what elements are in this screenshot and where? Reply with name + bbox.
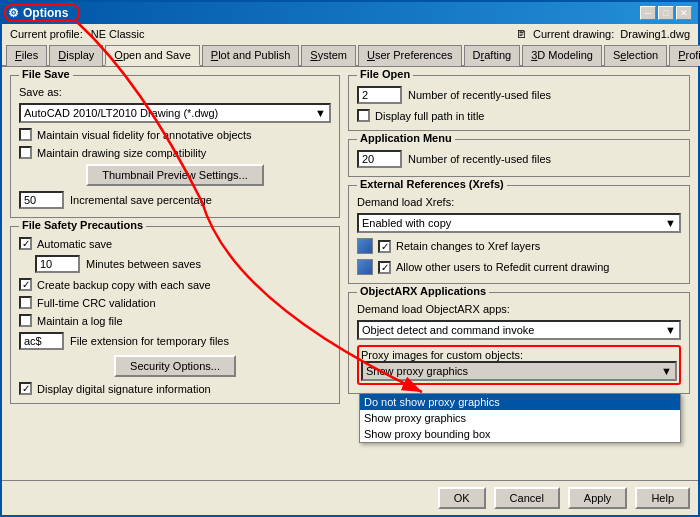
tab-files[interactable]: Files xyxy=(6,45,47,66)
minutes-input[interactable] xyxy=(35,255,80,273)
log-row: Maintain a log file xyxy=(19,314,331,327)
left-panel: File Save Save as: AutoCAD 2010/LT2010 D… xyxy=(10,75,340,452)
bottom-bar: OK Cancel Apply Help xyxy=(2,480,698,515)
proxy-option-1[interactable]: Do not show proxy graphics xyxy=(360,394,680,410)
save-as-display[interactable]: AutoCAD 2010/LT2010 Drawing (*.dwg) ▼ xyxy=(19,103,331,123)
file-open-content: Number of recently-used files Display fu… xyxy=(357,86,681,122)
tab-open-save[interactable]: Open and Save xyxy=(105,45,199,66)
app-recently-used-row: Number of recently-used files xyxy=(357,150,681,168)
auto-save-checkbox[interactable]: ✓ xyxy=(19,237,32,250)
tab-profiles[interactable]: Profiles xyxy=(669,45,700,66)
main-content: File Save Save as: AutoCAD 2010/LT2010 D… xyxy=(2,67,698,460)
retain-row: ✓ Retain changes to Xref layers xyxy=(357,238,681,254)
extension-label: File extension for temporary files xyxy=(70,335,229,347)
save-as-label: Save as: xyxy=(19,86,62,98)
current-drawing-value: Drawing1.dwg xyxy=(620,28,690,40)
app-recently-used-input[interactable] xyxy=(357,150,402,168)
display-full-checkbox[interactable] xyxy=(357,109,370,122)
current-profile-label: Current profile: xyxy=(10,28,83,40)
crc-checkbox[interactable] xyxy=(19,296,32,309)
incremental-input[interactable] xyxy=(19,191,64,209)
log-checkbox[interactable] xyxy=(19,314,32,327)
app-recently-used-label: Number of recently-used files xyxy=(408,153,551,165)
options-dialog: ⚙ Options ─ □ ✕ Current profile: NE Clas… xyxy=(0,0,700,517)
recently-used-row: Number of recently-used files xyxy=(357,86,681,104)
crc-row: Full-time CRC validation xyxy=(19,296,331,309)
save-as-row: Save as: xyxy=(19,86,331,98)
backup-row: ✓ Create backup copy with each save xyxy=(19,278,331,291)
file-save-group: File Save Save as: AutoCAD 2010/LT2010 D… xyxy=(10,75,340,218)
external-refs-title: External References (Xrefs) xyxy=(357,178,507,190)
maximize-button[interactable]: □ xyxy=(658,6,674,20)
recently-used-input[interactable] xyxy=(357,86,402,104)
external-refs-content: Demand load Xrefs: Enabled with copy ▼ ✓… xyxy=(357,196,681,275)
title-bar-title: ⚙ Options xyxy=(8,6,68,20)
visual-fidelity-checkbox[interactable] xyxy=(19,128,32,141)
file-save-content: Save as: AutoCAD 2010/LT2010 Drawing (*.… xyxy=(19,86,331,209)
retain-checkbox[interactable]: ✓ xyxy=(378,240,391,253)
drawing-size-checkbox[interactable] xyxy=(19,146,32,159)
save-as-select-row: AutoCAD 2010/LT2010 Drawing (*.dwg) ▼ xyxy=(19,103,331,123)
file-safety-content: ✓ Automatic save Minutes between saves ✓… xyxy=(19,237,331,395)
proxy-select-row: Show proxy graphics ▼ xyxy=(361,361,677,381)
help-button[interactable]: Help xyxy=(635,487,690,509)
visual-fidelity-row: Maintain visual fidelity for annotative … xyxy=(19,128,331,141)
proxy-option-2[interactable]: Show proxy graphics xyxy=(360,410,680,426)
digital-checkbox[interactable]: ✓ xyxy=(19,382,32,395)
current-drawing-label: Current drawing: xyxy=(533,28,614,40)
drawing-size-row: Maintain drawing size compatibility xyxy=(19,146,331,159)
auto-save-label: Automatic save xyxy=(37,238,112,250)
auto-save-row: ✓ Automatic save xyxy=(19,237,331,250)
external-refs-group: External References (Xrefs) Demand load … xyxy=(348,185,690,284)
close-button[interactable]: ✕ xyxy=(676,6,692,20)
cancel-button[interactable]: Cancel xyxy=(494,487,560,509)
thumbnail-button[interactable]: Thumbnail Preview Settings... xyxy=(86,164,264,186)
tab-plot-publish[interactable]: Plot and Publish xyxy=(202,45,300,66)
object-arx-group: ObjectARX Applications Demand load Objec… xyxy=(348,292,690,394)
demand-arx-label: Demand load ObjectARX apps: xyxy=(357,303,510,315)
demand-xref-label: Demand load Xrefs: xyxy=(357,196,454,208)
tab-3d-modeling[interactable]: 3D Modeling xyxy=(522,45,602,66)
tabs-bar: Files Display Open and Save Plot and Pub… xyxy=(2,44,698,67)
file-save-title: File Save xyxy=(19,68,73,80)
proxy-display[interactable]: Show proxy graphics ▼ xyxy=(361,361,677,381)
allow-label: Allow other users to Refedit current dra… xyxy=(396,261,609,273)
ok-button[interactable]: OK xyxy=(438,487,486,509)
minimize-button[interactable]: ─ xyxy=(640,6,656,20)
security-button[interactable]: Security Options... xyxy=(114,355,236,377)
proxy-dropdown[interactable]: Do not show proxy graphics Show proxy gr… xyxy=(359,393,681,443)
apply-button[interactable]: Apply xyxy=(568,487,628,509)
incremental-row: Incremental save percentage xyxy=(19,191,331,209)
tab-drafting[interactable]: Drafting xyxy=(464,45,521,66)
proxy-label: Proxy images for custom objects: xyxy=(361,349,523,361)
log-label: Maintain a log file xyxy=(37,315,123,327)
file-open-title: File Open xyxy=(357,68,413,80)
tab-display[interactable]: Display xyxy=(49,45,103,66)
recently-used-label: Number of recently-used files xyxy=(408,89,551,101)
allow-checkbox[interactable]: ✓ xyxy=(378,261,391,274)
drawing-size-label: Maintain drawing size compatibility xyxy=(37,147,206,159)
extension-input[interactable] xyxy=(19,332,64,350)
digital-row: ✓ Display digital signature information xyxy=(19,382,331,395)
minutes-row: Minutes between saves xyxy=(35,255,331,273)
display-full-row: Display full path in title xyxy=(357,109,681,122)
tab-system[interactable]: System xyxy=(301,45,356,66)
demand-arx-display[interactable]: Object detect and command invoke ▼ xyxy=(357,320,681,340)
tab-selection[interactable]: Selection xyxy=(604,45,667,66)
security-btn-row: Security Options... xyxy=(19,355,331,377)
profile-bar: Current profile: NE Classic 🖹 Current dr… xyxy=(2,24,698,44)
visual-fidelity-label: Maintain visual fidelity for annotative … xyxy=(37,129,252,141)
app-menu-content: Number of recently-used files xyxy=(357,150,681,168)
tab-user-preferences[interactable]: User Preferences xyxy=(358,45,462,66)
digital-label: Display digital signature information xyxy=(37,383,211,395)
proxy-option-3[interactable]: Show proxy bounding box xyxy=(360,426,680,442)
demand-xref-display[interactable]: Enabled with copy ▼ xyxy=(357,213,681,233)
file-safety-group: File Safety Precautions ✓ Automatic save… xyxy=(10,226,340,404)
app-menu-title: Application Menu xyxy=(357,132,455,144)
object-arx-content: Demand load ObjectARX apps: Object detec… xyxy=(357,303,681,385)
crc-label: Full-time CRC validation xyxy=(37,297,156,309)
allow-icon xyxy=(357,259,373,275)
demand-xref-label-row: Demand load Xrefs: xyxy=(357,196,681,208)
backup-checkbox[interactable]: ✓ xyxy=(19,278,32,291)
proxy-highlight: Proxy images for custom objects: Show pr… xyxy=(357,345,681,385)
